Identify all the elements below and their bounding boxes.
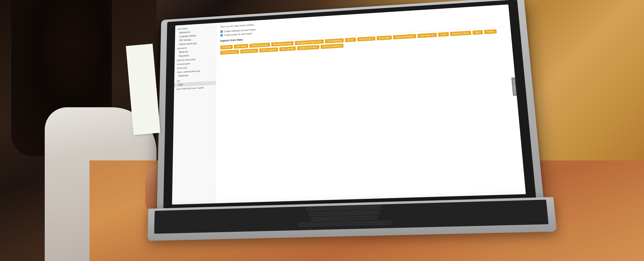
tag-button[interactable]: Room Upgrade bbox=[260, 47, 278, 52]
checkbox-activity[interactable] bbox=[220, 34, 223, 37]
key bbox=[345, 211, 350, 215]
sidebar: Settings Appearance Language settings PD… bbox=[172, 23, 216, 205]
laptop-lid: Settings Appearance Language settings PD… bbox=[157, 0, 544, 213]
key bbox=[318, 207, 323, 211]
laptop: Settings Appearance Language settings PD… bbox=[157, 0, 544, 213]
tag-button[interactable]: Wellness entrance bbox=[297, 45, 319, 50]
key bbox=[334, 211, 338, 215]
tag-button[interactable]: Breakfast throughout stay bbox=[295, 39, 324, 45]
tag-button[interactable]: Parking bbox=[484, 29, 497, 34]
key bbox=[330, 222, 335, 226]
key bbox=[324, 207, 329, 210]
key bbox=[324, 222, 329, 226]
checkbox-notification[interactable] bbox=[220, 30, 223, 33]
key bbox=[312, 207, 318, 211]
key bbox=[362, 211, 368, 215]
main-content: Have you can make various settings. Crea… bbox=[215, 4, 526, 203]
tag-button[interactable]: Late check-out bbox=[417, 33, 437, 38]
key bbox=[322, 212, 327, 216]
tag-button[interactable]: Other bbox=[472, 30, 483, 35]
key bbox=[336, 222, 359, 226]
key bbox=[359, 221, 364, 225]
checkbox-notification-label: Create notification for each import bbox=[224, 28, 255, 33]
key bbox=[358, 206, 363, 210]
key bbox=[312, 222, 318, 226]
key bbox=[330, 207, 334, 210]
key bbox=[371, 221, 376, 225]
key bbox=[311, 217, 319, 221]
key bbox=[348, 216, 354, 220]
tag-button[interactable]: Extra night bbox=[376, 35, 392, 40]
tag-button[interactable]: Covid Specials bbox=[325, 38, 344, 43]
background-photo: Settings Appearance Language settings PD… bbox=[0, 0, 644, 261]
tag-button[interactable]: Bike rental bbox=[234, 44, 248, 48]
key bbox=[376, 205, 381, 209]
key bbox=[346, 206, 352, 210]
key bbox=[376, 221, 391, 225]
tag-button[interactable]: Food & Beverages bbox=[393, 34, 416, 39]
key bbox=[337, 217, 342, 221]
key bbox=[354, 216, 360, 220]
tag-button[interactable]: Wellness treatment bbox=[320, 43, 344, 49]
key bbox=[316, 212, 321, 216]
key bbox=[298, 223, 312, 227]
tag-button[interactable]: Birthday package bbox=[249, 43, 270, 48]
tag-button[interactable]: Activities bbox=[220, 45, 233, 49]
screen-display: Settings Appearance Language settings PD… bbox=[172, 4, 526, 205]
tag-button[interactable]: Romantic deal bbox=[240, 48, 258, 53]
key bbox=[372, 216, 377, 220]
key bbox=[360, 216, 366, 220]
tag-button[interactable]: Lunch bbox=[438, 32, 449, 37]
key bbox=[318, 222, 323, 226]
key bbox=[306, 207, 312, 211]
app-ui: Settings Appearance Language settings PD… bbox=[172, 4, 526, 205]
key bbox=[368, 211, 374, 215]
key bbox=[356, 211, 362, 215]
key bbox=[335, 206, 340, 210]
tag-button[interactable]: Early check-in bbox=[357, 36, 376, 41]
tag-button[interactable]: Breakfast per night bbox=[271, 41, 294, 46]
key bbox=[370, 205, 375, 209]
key bbox=[339, 211, 344, 215]
key bbox=[374, 210, 379, 214]
tag-button[interactable]: Taxi / Shuttle bbox=[279, 46, 296, 51]
key bbox=[350, 211, 356, 215]
key bbox=[352, 206, 358, 210]
key bbox=[341, 206, 346, 210]
tag-button[interactable]: Public transport bbox=[220, 50, 239, 55]
checkbox-activity-label: Create activity for each import bbox=[224, 32, 252, 36]
key bbox=[365, 221, 370, 225]
screen-bezel: Settings Appearance Language settings PD… bbox=[163, 0, 536, 209]
key bbox=[364, 205, 370, 209]
key bbox=[328, 212, 333, 216]
key bbox=[309, 212, 316, 216]
tag-button[interactable]: Dinner bbox=[345, 37, 356, 42]
key bbox=[343, 217, 348, 221]
tag-button[interactable]: Museum Tickets bbox=[450, 31, 471, 36]
key bbox=[326, 217, 331, 221]
key bbox=[331, 217, 336, 221]
key bbox=[320, 217, 325, 221]
key bbox=[366, 216, 371, 220]
